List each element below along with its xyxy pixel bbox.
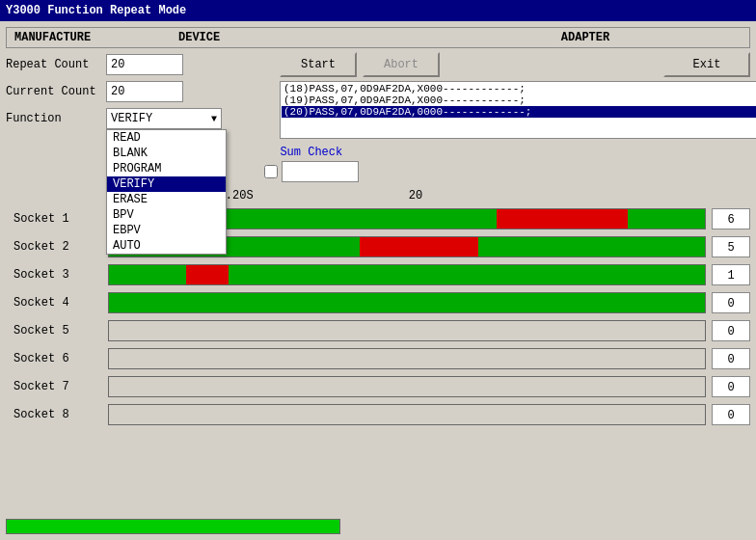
dropdown-item-auto[interactable]: AUTO — [107, 238, 226, 254]
socket-row-8: Socket 8 0 — [6, 402, 750, 427]
socket-3-count: 1 — [712, 264, 750, 285]
current-count-label: Current Count — [6, 85, 102, 98]
socket-row-5: Socket 5 0 — [6, 318, 750, 343]
function-select-display[interactable]: VERIFY ▼ — [106, 108, 222, 129]
dropdown-item-program[interactable]: PROGRAM — [107, 161, 226, 176]
main-window: MANUFACTURE DEVICE ADAPTER Repeat Count … — [0, 21, 756, 540]
count-label: 20 — [329, 189, 502, 202]
sum-check-label: Sum Check — [280, 146, 342, 159]
device-label: DEVICE — [178, 31, 429, 44]
socket-4-label: Socket 4 — [6, 296, 102, 310]
header-labels-row: MANUFACTURE DEVICE ADAPTER — [6, 27, 750, 48]
start-button[interactable]: Start — [280, 52, 357, 77]
current-count-input[interactable] — [106, 81, 183, 102]
left-controls: Repeat Count Current Count Function VERI… — [6, 52, 266, 131]
right-controls: Start Abort Exit (18)PASS,07,0D9AF2DA,X0… — [270, 52, 750, 139]
dropdown-item-ebpv[interactable]: EBPV — [107, 223, 226, 238]
socket-4-progress — [108, 292, 706, 313]
socket-6-progress — [108, 348, 706, 369]
socket-row-4: Socket 4 0 — [6, 290, 750, 315]
sum-check-input[interactable] — [282, 161, 359, 182]
dropdown-item-verify[interactable]: VERIFY — [107, 176, 226, 192]
dropdown-arrow-icon: ▼ — [211, 114, 217, 124]
repeat-count-row: Repeat Count — [6, 52, 266, 77]
manufacture-label: MANUFACTURE — [14, 31, 178, 44]
function-label: Function — [6, 112, 102, 125]
dropdown-item-bpv[interactable]: BPV — [107, 207, 226, 223]
socket-3-progress — [108, 264, 706, 285]
socket-8-count: 0 — [712, 404, 750, 425]
dropdown-item-read[interactable]: READ — [107, 130, 226, 146]
window-title: Y3000 Function Repeat Mode — [6, 4, 186, 17]
dropdown-item-blank[interactable]: BLANK — [107, 146, 226, 161]
function-row: Function VERIFY ▼ READ BLANK PROGRAM VER… — [6, 106, 266, 131]
socket-8-progress — [108, 404, 706, 425]
adapter-label: ADAPTER — [429, 31, 742, 44]
socket-1-red — [497, 209, 628, 229]
socket-row-6: Socket 6 0 — [6, 346, 750, 371]
socket-5-label: Socket 5 — [6, 324, 102, 338]
dropdown-box: READ BLANK PROGRAM VERIFY ERASE BPV EBPV… — [106, 129, 227, 255]
socket-8-label: Socket 8 — [6, 408, 102, 421]
sum-check-row — [264, 161, 359, 182]
sum-check-checkbox[interactable] — [264, 165, 278, 178]
socket-5-count: 0 — [712, 320, 750, 341]
socket-5-progress — [108, 320, 706, 341]
socket-2-label: Socket 2 — [6, 240, 102, 254]
repeat-count-label: Repeat Count — [6, 58, 102, 71]
log-area[interactable]: (18)PASS,07,0D9AF2DA,X000------------; (… — [280, 81, 756, 139]
socket-row-3: Socket 3 1 — [6, 262, 750, 287]
socket-7-label: Socket 7 — [6, 380, 102, 393]
dropdown-container: VERIFY ▼ READ BLANK PROGRAM VERIFY ERASE… — [106, 108, 222, 129]
current-count-row: Current Count — [6, 79, 266, 104]
socket-1-label: Socket 1 — [6, 212, 102, 226]
bottom-progress-bar — [6, 519, 340, 534]
socket-6-label: Socket 6 — [6, 352, 102, 365]
controls-row: Repeat Count Current Count Function VERI… — [6, 52, 750, 139]
socket-7-progress — [108, 376, 706, 397]
log-line-2: (20)PASS,07,0D9AF2DA,0000-------------; — [282, 106, 756, 118]
dropdown-item-erase[interactable]: ERASE — [107, 192, 226, 207]
buttons-row: Start Abort Exit — [270, 52, 750, 77]
socket-7-count: 0 — [712, 376, 750, 397]
socket-3-red — [186, 265, 228, 284]
socket-2-count: 5 — [712, 236, 750, 257]
exit-button[interactable]: Exit — [663, 52, 750, 77]
title-bar: Y3000 Function Repeat Mode — [0, 0, 756, 21]
sum-check-section: Sum Check — [264, 146, 359, 182]
socket-3-label: Socket 3 — [6, 268, 102, 282]
socket-2-red — [360, 237, 479, 256]
function-select-value: VERIFY — [111, 112, 211, 125]
abort-button[interactable]: Abort — [363, 52, 440, 77]
socket-1-count: 6 — [712, 208, 750, 230]
repeat-count-input[interactable] — [106, 54, 183, 75]
socket-4-count: 0 — [712, 292, 750, 313]
log-line-1: (19)PASS,07,0D9AF2DA,X000------------; — [282, 94, 756, 106]
socket-6-count: 0 — [712, 348, 750, 369]
log-line-0: (18)PASS,07,0D9AF2DA,X000------------; — [282, 83, 756, 94]
socket-row-7: Socket 7 0 — [6, 374, 750, 399]
